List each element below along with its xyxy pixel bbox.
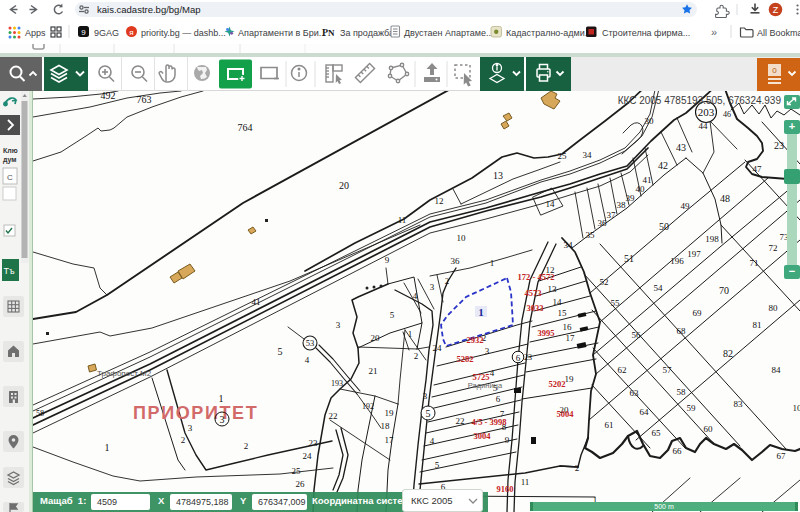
svg-text:26: 26: [296, 479, 306, 489]
svg-text:69: 69: [693, 308, 703, 318]
svg-text:43: 43: [676, 142, 686, 153]
svg-text:3033: 3033: [527, 303, 544, 313]
svg-text:70: 70: [719, 285, 729, 296]
svg-text:47: 47: [753, 164, 763, 174]
svg-text:Apps: Apps: [25, 28, 46, 38]
svg-text:Апартаменти в Бри...: Апартаменти в Бри...: [238, 28, 326, 38]
svg-text:priority.bg — dashb...: priority.bg — dashb...: [141, 28, 226, 38]
svg-text:23: 23: [524, 353, 532, 362]
svg-text:53: 53: [306, 338, 315, 348]
svg-text:Z: Z: [773, 5, 779, 15]
svg-text:2: 2: [575, 463, 580, 473]
svg-text:52: 52: [600, 277, 609, 287]
svg-text:Трафопост М2: Трафопост М2: [97, 369, 152, 378]
svg-text:3: 3: [430, 282, 435, 292]
svg-text:»: »: [711, 26, 717, 38]
svg-text:5: 5: [426, 408, 431, 419]
svg-text:48: 48: [720, 193, 730, 204]
svg-text:дум: дум: [3, 156, 17, 164]
svg-text:51: 51: [624, 253, 634, 264]
svg-text:58: 58: [36, 409, 44, 418]
svg-text:19: 19: [565, 374, 575, 384]
svg-text:9160: 9160: [497, 484, 514, 494]
svg-text:10: 10: [793, 403, 800, 413]
svg-text:203: 203: [698, 106, 715, 118]
svg-text:38: 38: [617, 200, 627, 210]
svg-text:1: 1: [478, 306, 484, 318]
svg-text:All Bookmark: All Bookmark: [757, 28, 800, 38]
svg-text:10: 10: [457, 233, 467, 243]
svg-text:2: 2: [181, 435, 186, 445]
svg-text:34: 34: [564, 240, 574, 250]
svg-text:68: 68: [677, 326, 687, 336]
svg-text:84: 84: [772, 365, 782, 375]
svg-text:За продажба: За продажба: [340, 28, 394, 38]
svg-text:50: 50: [659, 221, 669, 232]
svg-text:4573: 4573: [525, 288, 542, 298]
svg-text:763: 763: [137, 94, 152, 105]
svg-text:5: 5: [390, 310, 395, 320]
svg-text:3: 3: [220, 414, 225, 425]
svg-text:5: 5: [435, 460, 440, 470]
svg-text:2: 2: [445, 276, 450, 286]
svg-text:9: 9: [81, 28, 86, 37]
svg-text:63: 63: [630, 388, 640, 398]
svg-text:3004: 3004: [474, 431, 492, 441]
svg-text:15: 15: [558, 308, 568, 318]
svg-text:0: 0: [772, 66, 777, 75]
svg-text:3: 3: [336, 320, 341, 330]
svg-text:14: 14: [553, 297, 563, 307]
svg-text:ПРИОРИТЕТ: ПРИОРИТЕТ: [133, 403, 258, 423]
svg-text:60: 60: [704, 424, 714, 434]
svg-text:40: 40: [636, 184, 646, 194]
svg-text:3: 3: [485, 346, 490, 356]
svg-text:20: 20: [339, 180, 349, 191]
svg-text:Тъ: Тъ: [4, 266, 15, 276]
svg-text:6: 6: [516, 353, 521, 363]
svg-text:24: 24: [433, 343, 443, 353]
svg-text:492: 492: [101, 91, 116, 101]
svg-text:12: 12: [435, 196, 444, 206]
svg-text:3995: 3995: [538, 328, 555, 338]
svg-text:4: 4: [305, 355, 310, 365]
svg-text:17: 17: [385, 435, 395, 445]
svg-text:20: 20: [371, 333, 381, 343]
svg-text:193: 193: [331, 379, 343, 388]
svg-text:65: 65: [652, 428, 662, 438]
svg-text:64: 64: [640, 407, 650, 417]
svg-text:2932: 2932: [467, 335, 484, 345]
svg-text:11: 11: [398, 215, 407, 225]
svg-text:71: 71: [750, 258, 759, 268]
svg-text:Строителна фирма...: Строителна фирма...: [602, 28, 690, 38]
svg-text:2: 2: [244, 441, 249, 451]
svg-text:72: 72: [769, 243, 778, 253]
svg-text:57: 57: [663, 365, 673, 375]
svg-text:Радиница: Радиница: [468, 381, 503, 390]
svg-text:23: 23: [774, 140, 784, 151]
svg-text:5004: 5004: [557, 409, 575, 419]
svg-text:24: 24: [303, 451, 313, 461]
svg-text:55: 55: [611, 298, 621, 308]
svg-text:9GAG: 9GAG: [94, 28, 119, 38]
svg-text:14: 14: [546, 199, 556, 209]
svg-text:764: 764: [238, 122, 253, 133]
svg-text:21: 21: [369, 366, 378, 376]
svg-text:4: 4: [430, 436, 435, 446]
svg-text:80: 80: [769, 303, 779, 313]
svg-text:22: 22: [456, 416, 465, 426]
svg-text:16: 16: [563, 322, 573, 332]
svg-text:9: 9: [505, 435, 510, 445]
svg-text:22: 22: [329, 411, 338, 421]
svg-text:25: 25: [292, 466, 302, 476]
svg-text:я: я: [129, 28, 133, 37]
svg-text:1: 1: [408, 329, 413, 339]
svg-text:17: 17: [566, 333, 576, 343]
svg-text:82: 82: [723, 348, 733, 359]
svg-text:56: 56: [632, 330, 642, 340]
svg-text:3: 3: [423, 391, 428, 401]
svg-text:4/5 - 3998: 4/5 - 3998: [472, 417, 507, 427]
svg-text:11: 11: [521, 477, 530, 487]
svg-text:36: 36: [598, 218, 608, 228]
svg-text:5282: 5282: [457, 354, 474, 364]
svg-text:4: 4: [490, 368, 495, 378]
